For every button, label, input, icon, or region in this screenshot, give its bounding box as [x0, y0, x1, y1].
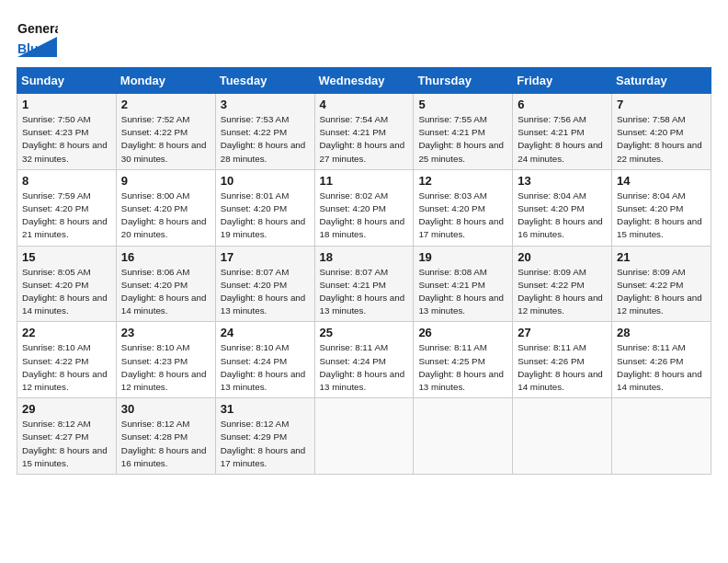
sunset-label: Sunset: 4:20 PM	[320, 203, 386, 213]
daylight-label: Daylight: 8 hours and 25 minutes.	[418, 140, 504, 163]
daylight-label: Daylight: 8 hours and 17 minutes.	[221, 445, 306, 468]
week-row-5: 29Sunrise: 8:12 AMSunset: 4:27 PMDayligh…	[17, 398, 711, 475]
day-number: 23	[121, 326, 211, 339]
sunrise-label: Sunrise: 8:11 AM	[320, 342, 389, 352]
day-info: Sunrise: 8:01 AMSunset: 4:20 PMDaylight:…	[221, 190, 311, 242]
day-info: Sunrise: 8:09 AMSunset: 4:22 PMDaylight:…	[518, 266, 608, 318]
sunset-label: Sunset: 4:22 PM	[22, 356, 88, 366]
calendar-cell: 26Sunrise: 8:11 AMSunset: 4:25 PMDayligh…	[414, 322, 513, 398]
dow-header-thursday: Thursday	[414, 68, 513, 94]
sunrise-label: Sunrise: 7:59 AM	[22, 190, 91, 201]
day-info: Sunrise: 8:11 AMSunset: 4:24 PMDaylight:…	[320, 341, 410, 394]
calendar-cell: 5Sunrise: 7:55 AMSunset: 4:21 PMDaylight…	[414, 94, 513, 170]
logo: General Blue	[17, 17, 58, 58]
daylight-label: Daylight: 8 hours and 13 minutes.	[320, 369, 405, 392]
day-info: Sunrise: 8:02 AMSunset: 4:20 PMDaylight:…	[320, 190, 410, 242]
daylight-label: Daylight: 8 hours and 24 minutes.	[518, 140, 603, 163]
daylight-label: Daylight: 8 hours and 22 minutes.	[617, 140, 702, 163]
day-number: 26	[418, 326, 508, 339]
sunset-label: Sunset: 4:29 PM	[221, 431, 287, 442]
sunset-label: Sunset: 4:20 PM	[518, 203, 584, 213]
calendar-cell: 12Sunrise: 8:03 AMSunset: 4:20 PMDayligh…	[414, 169, 513, 246]
day-info: Sunrise: 7:50 AMSunset: 4:23 PMDaylight:…	[22, 113, 112, 166]
sunrise-label: Sunrise: 7:56 AM	[518, 114, 586, 124]
sunrise-label: Sunrise: 8:07 AM	[320, 267, 389, 277]
sunrise-label: Sunrise: 7:54 AM	[320, 114, 389, 124]
daylight-label: Daylight: 8 hours and 19 minutes.	[221, 216, 306, 239]
day-number: 20	[518, 250, 608, 264]
calendar-cell: 31Sunrise: 8:12 AMSunset: 4:29 PMDayligh…	[215, 398, 314, 475]
dow-header-saturday: Saturday	[612, 68, 711, 94]
day-number: 21	[617, 250, 707, 264]
daylight-label: Daylight: 8 hours and 13 minutes.	[320, 293, 405, 316]
calendar-cell: 27Sunrise: 8:11 AMSunset: 4:26 PMDayligh…	[513, 322, 612, 398]
daylight-label: Daylight: 8 hours and 17 minutes.	[418, 216, 504, 239]
calendar-cell	[314, 398, 414, 475]
sunrise-label: Sunrise: 7:55 AM	[418, 114, 487, 124]
sunset-label: Sunset: 4:21 PM	[418, 280, 484, 290]
daylight-label: Daylight: 8 hours and 30 minutes.	[121, 140, 207, 163]
sunset-label: Sunset: 4:24 PM	[320, 356, 386, 366]
dow-header-friday: Friday	[513, 68, 612, 94]
calendar-cell: 6Sunrise: 7:56 AMSunset: 4:21 PMDaylight…	[513, 94, 612, 170]
sunset-label: Sunset: 4:20 PM	[221, 280, 287, 290]
calendar-cell: 20Sunrise: 8:09 AMSunset: 4:22 PMDayligh…	[513, 246, 612, 322]
header: General Blue	[17, 17, 711, 58]
sunset-label: Sunset: 4:22 PM	[518, 280, 584, 290]
day-info: Sunrise: 7:55 AMSunset: 4:21 PMDaylight:…	[418, 113, 508, 166]
calendar-cell	[414, 398, 513, 475]
sunset-label: Sunset: 4:27 PM	[22, 431, 88, 442]
day-info: Sunrise: 8:12 AMSunset: 4:29 PMDaylight:…	[221, 418, 311, 470]
day-info: Sunrise: 7:59 AMSunset: 4:20 PMDaylight:…	[22, 190, 112, 242]
sunset-label: Sunset: 4:26 PM	[617, 356, 683, 366]
sunset-label: Sunset: 4:20 PM	[22, 203, 88, 213]
calendar-cell: 8Sunrise: 7:59 AMSunset: 4:20 PMDaylight…	[17, 169, 117, 246]
daylight-label: Daylight: 8 hours and 14 minutes.	[22, 293, 108, 316]
calendar-cell: 24Sunrise: 8:10 AMSunset: 4:24 PMDayligh…	[215, 322, 314, 398]
day-info: Sunrise: 7:56 AMSunset: 4:21 PMDaylight:…	[518, 113, 608, 166]
sunrise-label: Sunrise: 8:05 AM	[22, 267, 91, 277]
daylight-label: Daylight: 8 hours and 32 minutes.	[22, 140, 108, 163]
daylight-label: Daylight: 8 hours and 18 minutes.	[320, 216, 405, 239]
calendar-cell: 25Sunrise: 8:11 AMSunset: 4:24 PMDayligh…	[314, 322, 414, 398]
sunset-label: Sunset: 4:22 PM	[121, 127, 188, 137]
sunrise-label: Sunrise: 7:50 AM	[22, 114, 91, 124]
day-number: 27	[518, 326, 608, 339]
day-number: 6	[518, 98, 608, 111]
daylight-label: Daylight: 8 hours and 13 minutes.	[418, 293, 504, 316]
calendar-cell: 1Sunrise: 7:50 AMSunset: 4:23 PMDaylight…	[17, 94, 117, 170]
dow-header-tuesday: Tuesday	[215, 68, 314, 94]
day-info: Sunrise: 7:53 AMSunset: 4:22 PMDaylight:…	[221, 113, 311, 166]
week-row-4: 22Sunrise: 8:10 AMSunset: 4:22 PMDayligh…	[17, 322, 711, 398]
day-number: 14	[617, 174, 707, 188]
day-info: Sunrise: 8:11 AMSunset: 4:26 PMDaylight:…	[617, 341, 707, 394]
logo-graphic: General Blue	[17, 17, 58, 58]
day-number: 3	[221, 98, 311, 111]
sunset-label: Sunset: 4:28 PM	[121, 431, 188, 442]
day-info: Sunrise: 8:04 AMSunset: 4:20 PMDaylight:…	[518, 190, 608, 242]
day-number: 15	[22, 250, 112, 264]
day-number: 29	[22, 402, 112, 416]
day-number: 16	[121, 250, 211, 264]
day-number: 22	[22, 326, 112, 339]
daylight-label: Daylight: 8 hours and 12 minutes.	[22, 369, 108, 392]
day-number: 19	[418, 250, 508, 264]
daylight-label: Daylight: 8 hours and 20 minutes.	[121, 216, 207, 239]
sunset-label: Sunset: 4:20 PM	[617, 203, 683, 213]
sunrise-label: Sunrise: 8:00 AM	[121, 190, 190, 201]
daylight-label: Daylight: 8 hours and 14 minutes.	[617, 369, 702, 392]
sunset-label: Sunset: 4:25 PM	[418, 356, 484, 366]
sunrise-label: Sunrise: 7:58 AM	[617, 114, 686, 124]
dow-header-wednesday: Wednesday	[314, 68, 414, 94]
dow-header-monday: Monday	[116, 68, 215, 94]
calendar-cell	[612, 398, 711, 475]
sunset-label: Sunset: 4:21 PM	[320, 280, 386, 290]
day-info: Sunrise: 8:04 AMSunset: 4:20 PMDaylight:…	[617, 190, 707, 242]
day-number: 7	[617, 98, 707, 111]
calendar-cell: 22Sunrise: 8:10 AMSunset: 4:22 PMDayligh…	[17, 322, 117, 398]
calendar-cell: 11Sunrise: 8:02 AMSunset: 4:20 PMDayligh…	[314, 169, 414, 246]
sunset-label: Sunset: 4:20 PM	[22, 280, 88, 290]
calendar-cell: 13Sunrise: 8:04 AMSunset: 4:20 PMDayligh…	[513, 169, 612, 246]
day-info: Sunrise: 8:06 AMSunset: 4:20 PMDaylight:…	[121, 266, 211, 318]
sunset-label: Sunset: 4:20 PM	[221, 203, 287, 213]
